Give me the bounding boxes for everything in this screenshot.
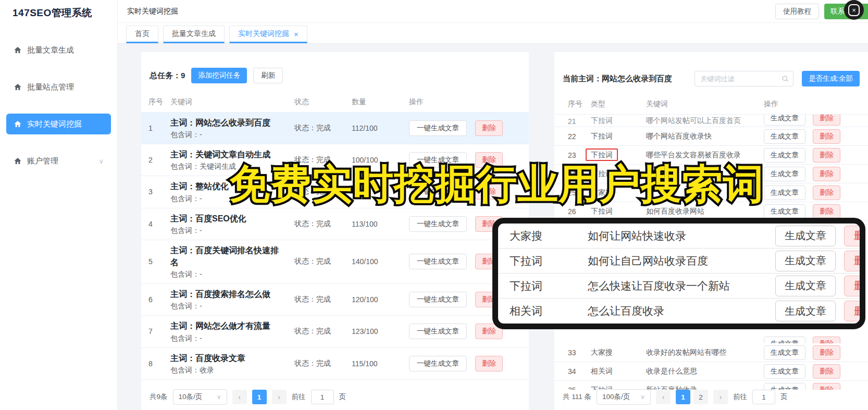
delete-button[interactable]: 删除	[813, 383, 840, 390]
overlay-headline: 免费实时挖掘行业用户搜索词	[229, 157, 764, 212]
keyword-panel-header: 当前主词：网站怎么收录到百度 是否生成:全部	[563, 71, 860, 86]
task-count: 113/100	[352, 220, 403, 228]
generate-article-button[interactable]: 生成文章	[764, 383, 805, 390]
generate-article-button[interactable]: 一键生成文章	[409, 120, 467, 136]
keyword-type: 下拉词	[591, 116, 613, 125]
total-count-label: 共9条	[150, 392, 168, 402]
delete-button[interactable]: 删	[844, 251, 865, 271]
generate-article-button[interactable]: 一键生成文章	[409, 356, 467, 371]
delete-button[interactable]: 删除	[813, 185, 840, 200]
chevron-down-icon: ∨	[98, 157, 104, 165]
generate-article-button[interactable]: 生成文章	[775, 301, 836, 321]
sidebar-item[interactable]: 账户管理 ∨	[6, 151, 111, 171]
delete-button[interactable]: 删除	[813, 337, 840, 343]
zoom-keyword-row: 相关词 怎么让百度收录 生成文章 删	[498, 299, 860, 324]
generate-article-button[interactable]: 一键生成文章	[409, 292, 467, 307]
tab-close-icon[interactable]: ×	[294, 30, 299, 39]
delete-button[interactable]: 删除	[813, 129, 840, 144]
delete-button[interactable]: 删除	[813, 364, 840, 379]
refresh-button[interactable]: 刷新	[253, 68, 283, 83]
task-row-index: 8	[148, 359, 170, 368]
generate-article-button[interactable]: 一键生成文章	[409, 254, 467, 269]
watermark-logo-icon: ×	[844, 0, 864, 20]
generate-article-button[interactable]: 生成文章	[764, 345, 805, 360]
generate-article-button[interactable]: 生成文章	[764, 115, 805, 126]
keyword-text: 收录是什么意思	[646, 367, 764, 376]
task-table-body: 1 主词：网站怎么收录到百度 包含词：- 状态：完成 112/100 一键生成文…	[141, 113, 529, 380]
page-tab[interactable]: 首页	[126, 26, 158, 43]
page-number-button[interactable]: 2	[693, 390, 708, 404]
generate-article-button[interactable]: 一键生成文章	[409, 324, 467, 339]
task-row-index: 2	[148, 156, 170, 164]
sidebar-item[interactable]: 批量站点管理	[6, 77, 111, 97]
task-panel: 总任务：9 添加挖词任务 刷新 序号 关键词 状态 数量 操作 1 主词：网站怎…	[141, 52, 529, 410]
zoom-callout-box: 大家搜 如何让网站快速收录 生成文章 删 下拉词 如何让自己网站收录百度 生成文…	[492, 218, 865, 329]
generate-article-button[interactable]: 生成文章	[764, 167, 805, 181]
keyword-row: 21 下拉词 哪个网站发帖可以上百度首页 生成文章 删除	[554, 115, 868, 127]
sidebar-item[interactable]: 实时关键词挖掘	[6, 114, 111, 134]
generate-article-button[interactable]: 生成文章	[775, 251, 836, 271]
keyword-text: 如何让自己网站收录百度	[588, 254, 775, 268]
chevron-down-icon: ∨	[217, 393, 221, 401]
delete-button[interactable]: 删除	[475, 356, 503, 371]
generate-article-button[interactable]: 一键生成文章	[409, 216, 467, 232]
task-row-index: 6	[148, 295, 170, 304]
page-size-select[interactable]: 100条/页 ∨	[597, 389, 651, 405]
next-page-button[interactable]: ›	[713, 390, 728, 404]
keyword-text: 怎么快速让百度收录一个新站	[588, 279, 775, 293]
generate-article-button[interactable]: 生成文章	[764, 129, 805, 144]
app-window: 147SEO管理系统 批量文章生成 批量站点管理 实时关键词挖掘	[0, 0, 868, 410]
delete-button[interactable]: 删除	[813, 345, 840, 360]
delete-button[interactable]: 删除	[475, 120, 503, 136]
task-row-index: 7	[148, 327, 170, 336]
goto-page-input[interactable]	[311, 390, 334, 404]
tutorial-button[interactable]: 使用教程	[775, 4, 819, 19]
sidebar-item-label: 批量文章生成	[27, 45, 74, 55]
generate-article-button[interactable]: 生成文章	[764, 337, 805, 343]
generate-article-button[interactable]: 生成文章	[764, 148, 805, 163]
delete-button[interactable]: 删	[844, 226, 865, 246]
task-row: 6 主词：百度搜索排名怎么做 包含词：- 状态：完成 120/100 一键生成文…	[141, 284, 529, 316]
generate-article-button[interactable]: 生成文章	[764, 364, 805, 379]
delete-button[interactable]: 删	[844, 276, 865, 296]
next-page-button[interactable]: ›	[272, 390, 287, 404]
col-no: 序号	[568, 100, 591, 109]
sidebar-item[interactable]: 批量文章生成	[6, 40, 111, 60]
page-size-select[interactable]: 10条/页 ∨	[173, 389, 227, 405]
task-status: 状态：完成	[294, 295, 352, 304]
task-count: 123/100	[352, 327, 403, 336]
goto-page-input[interactable]	[752, 390, 775, 404]
prev-page-button[interactable]: ‹	[656, 390, 671, 404]
generate-article-button[interactable]: 生成文章	[764, 185, 805, 200]
prev-page-button[interactable]: ‹	[232, 390, 247, 404]
delete-button[interactable]: 删除	[813, 115, 840, 126]
col-status: 状态	[294, 97, 352, 107]
keyword-row: 22 下拉词 哪个网站百度收录快 生成文章 删除	[554, 127, 868, 146]
page-number-button[interactable]: 1	[676, 390, 690, 404]
task-count: 140/100	[352, 257, 403, 266]
task-contain-word: 包含词：-	[170, 130, 284, 140]
generate-article-button[interactable]: 生成文章	[775, 276, 836, 296]
page-unit-label: 页	[780, 392, 788, 402]
generate-all-button[interactable]: 是否生成:全部	[802, 71, 860, 86]
keyword-row: 33 大家搜 收录好的发帖网站有哪些 生成文章 删除	[554, 343, 868, 362]
tab-bar: 首页 批量文章生成 实时关键词挖掘 ×	[118, 23, 868, 44]
chevron-down-icon: ∨	[640, 393, 645, 401]
delete-button[interactable]: 删	[844, 301, 865, 321]
tab-label: 实时关键词挖掘	[238, 29, 289, 39]
task-row-index: 3	[148, 188, 170, 196]
generate-article-button[interactable]: 生成文章	[764, 204, 805, 219]
page-number-button[interactable]: 1	[252, 390, 267, 404]
col-count: 数量	[352, 97, 403, 107]
delete-button[interactable]: 删除	[813, 167, 840, 181]
keyword-filter-input[interactable]	[695, 71, 793, 86]
col-keyword: 关键词	[646, 100, 764, 109]
col-type: 类型	[591, 100, 646, 109]
delete-button[interactable]: 删除	[813, 204, 840, 219]
generate-article-button[interactable]: 生成文章	[775, 226, 836, 246]
page-tab[interactable]: 批量文章生成	[163, 26, 225, 43]
add-task-button[interactable]: 添加挖词任务	[191, 68, 247, 83]
page-tab[interactable]: 实时关键词挖掘 ×	[229, 26, 307, 43]
delete-button[interactable]: 删除	[813, 148, 840, 163]
keyword-row: 34 相关词 收录是什么意思 生成文章 删除	[554, 362, 868, 381]
